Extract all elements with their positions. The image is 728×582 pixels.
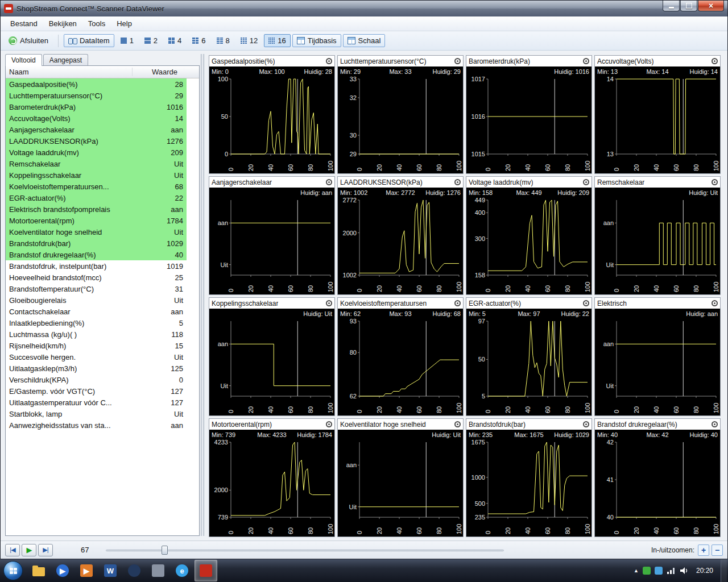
table-row[interactable]: Inlaatklepbediening(%)5	[6, 317, 187, 329]
word-icon[interactable]: W	[99, 560, 122, 581]
menu-item-tools[interactable]: Tools	[83, 18, 110, 30]
param-name: Brandstofdruk, instelpunt(bar)	[6, 262, 149, 271]
layout-12-button[interactable]: 12	[236, 34, 262, 47]
table-row[interactable]: Accuvoltage(Volts)14	[6, 113, 187, 124]
tray-status-icon-green[interactable]	[643, 567, 651, 575]
table-row[interactable]: Verschildruk(KPA)0	[6, 374, 187, 385]
tab-voltooid[interactable]: Voltooid	[5, 54, 42, 66]
exit-button[interactable]: Afsluiten	[4, 34, 53, 47]
y-tick-label: 5	[482, 393, 485, 400]
record-icon[interactable]	[326, 300, 332, 306]
record-icon[interactable]	[454, 58, 461, 64]
menu-item-help[interactable]: Help	[111, 18, 137, 30]
table-row[interactable]: Uitlaatgastemperatuur vóór C...127	[6, 397, 187, 408]
schaal-button[interactable]: Schaal	[343, 34, 386, 47]
table-row[interactable]: Succesvolle hergen.Uit	[6, 351, 187, 363]
table-row[interactable]: Motortoerental(rpm)1784	[6, 215, 187, 226]
table-row[interactable]: E/Gastemp. vóór VGT(°C)127	[6, 385, 187, 397]
layout-6-button[interactable]: 6	[188, 34, 210, 47]
table-row[interactable]: Aanwezigheidsstatus van sta...aan	[6, 419, 187, 431]
table-row[interactable]: RemschakelaarUit	[6, 158, 187, 169]
table-row[interactable]: Koelventilator hoge snelheidUit	[6, 226, 187, 238]
table-row[interactable]: Barometerdruk(kPa)1016	[6, 101, 187, 113]
table-row[interactable]: KoppelingsschakelaarUit	[6, 169, 187, 181]
browser-icon[interactable]	[123, 560, 146, 581]
layout-16-button[interactable]: 16	[264, 34, 290, 47]
network-icon[interactable]	[667, 567, 676, 575]
explorer-icon[interactable]	[27, 560, 50, 581]
column-header-naam[interactable]: Naam	[6, 68, 132, 76]
x-tick-label: 40	[267, 406, 274, 413]
record-icon[interactable]	[583, 300, 589, 306]
record-icon[interactable]	[583, 421, 589, 427]
column-header-waarde[interactable]: Waarde	[132, 68, 199, 76]
x-tick-label: 60	[673, 164, 680, 171]
record-icon[interactable]	[583, 58, 589, 64]
shopstream-icon[interactable]	[195, 560, 217, 581]
table-row[interactable]: Luchttemperatuursensor(°C)29	[6, 90, 187, 101]
layout-8-button[interactable]: 8	[212, 34, 234, 47]
table-row[interactable]: Contactschakelaaraan	[6, 306, 187, 317]
record-icon[interactable]	[712, 300, 718, 306]
skip-start-button[interactable]: |◀	[5, 544, 20, 556]
table-row[interactable]: Elektrisch brandstofpomprelaisaan	[6, 203, 187, 215]
table-row[interactable]: Voltage laaddruk(mv)209	[6, 147, 187, 158]
show-hidden-icons-button[interactable]	[634, 568, 639, 573]
timeline-slider[interactable]	[106, 544, 504, 556]
record-icon[interactable]	[326, 421, 332, 427]
title-bar[interactable]: ShopStream Connect™ Scanner DataViewer ×	[1, 1, 727, 16]
dataitem-button[interactable]: DataItem	[64, 34, 114, 47]
record-icon[interactable]	[712, 179, 718, 185]
table-row[interactable]: EGR-actuator(%)22	[6, 192, 187, 203]
skip-end-button[interactable]: ▶|	[38, 544, 53, 556]
table-row[interactable]: Rijsnelheid(km/h)15	[6, 340, 187, 351]
layout-1-button[interactable]: 1	[116, 34, 138, 47]
maximize-button[interactable]	[680, 1, 697, 11]
table-row[interactable]: Koelvloeistoftemperatuursen...68	[6, 181, 187, 192]
layout-label: 6	[201, 36, 205, 45]
tijdbasis-button[interactable]: Tijdbasis	[292, 34, 341, 47]
zoom-in-button[interactable]: +	[698, 544, 709, 556]
clock[interactable]: 20:20	[696, 567, 713, 575]
record-icon[interactable]	[454, 421, 461, 427]
table-row[interactable]: Brandstof drukregelaar(%)40	[6, 249, 187, 260]
skip-end-icon: ▶|	[43, 546, 48, 554]
slider-thumb[interactable]	[162, 546, 168, 555]
menu-item-bestand[interactable]: Bestand	[5, 18, 43, 30]
table-row[interactable]: Uitlaatgasklep(m3/h)125	[6, 363, 187, 374]
play-button[interactable]: ▶	[22, 544, 36, 556]
menu-item-bekijken[interactable]: Bekijken	[44, 18, 82, 30]
close-button[interactable]: ×	[698, 1, 724, 11]
tab-aangepast[interactable]: Aangepast	[43, 54, 88, 66]
table-row[interactable]: Aanjagerschakelaaraan	[6, 124, 187, 135]
record-icon[interactable]	[712, 58, 718, 64]
layout-2-button[interactable]: 2	[140, 34, 162, 47]
table-row[interactable]: Gaspedaalpositie(%)28	[6, 78, 187, 90]
layout-4-button[interactable]: 4	[164, 34, 186, 47]
record-icon[interactable]	[326, 179, 332, 185]
table-row[interactable]: Brandstofdruk, instelpunt(bar)1019	[6, 260, 187, 272]
devices-icon[interactable]	[147, 560, 169, 581]
volume-icon[interactable]	[680, 567, 689, 575]
param-value: Uit	[149, 353, 187, 361]
start-button[interactable]	[3, 561, 23, 580]
table-row[interactable]: Luchtmassa (kg/u)( )118	[6, 329, 187, 340]
show-desktop-button[interactable]	[721, 559, 727, 582]
table-row[interactable]: Hoeveelheid brandstof(mcc)25	[6, 272, 187, 283]
table-row[interactable]: Startblokk, lampUit	[6, 408, 187, 419]
minimize-button[interactable]	[663, 1, 680, 11]
record-icon[interactable]	[712, 421, 718, 427]
table-row[interactable]: Brandstoftemperatuur(°C)31	[6, 283, 187, 294]
ie-icon[interactable]: e	[171, 560, 193, 581]
table-row[interactable]: GloeibougierelaisUit	[6, 294, 187, 306]
tray-status-icon-blue[interactable]	[655, 567, 663, 575]
zoom-out-button[interactable]: −	[712, 544, 723, 556]
record-icon[interactable]	[454, 300, 461, 306]
table-row[interactable]: Brandstofdruk(bar)1029	[6, 238, 187, 249]
table-row[interactable]: LAADDRUKSENSOR(kPa)1276	[6, 135, 187, 147]
record-icon[interactable]	[583, 179, 589, 185]
video-app-icon[interactable]: ▶	[75, 560, 98, 581]
record-icon[interactable]	[454, 179, 461, 185]
media-player-icon[interactable]: ▶	[51, 560, 74, 581]
record-icon[interactable]	[326, 58, 332, 64]
